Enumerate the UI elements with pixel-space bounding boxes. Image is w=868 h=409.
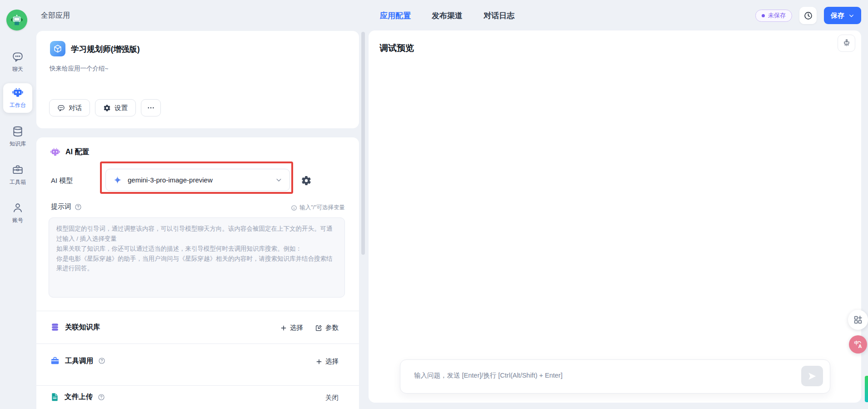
hidden-float-widget[interactable] bbox=[865, 376, 868, 402]
dataset-params-label: 参数 bbox=[325, 323, 339, 332]
settings-button-label: 设置 bbox=[115, 104, 128, 112]
unsaved-label: 未保存 bbox=[768, 11, 786, 20]
debug-preview-panel: 调试预览 bbox=[369, 30, 861, 403]
translate-float-button[interactable]: 中 A bbox=[849, 335, 867, 353]
sidebar: 聊天 工作台 知识库 bbox=[0, 0, 35, 409]
divider bbox=[36, 385, 359, 386]
help-circle-icon[interactable] bbox=[75, 203, 82, 211]
send-button[interactable] bbox=[801, 366, 823, 386]
tab-chat-logs[interactable]: 对话日志 bbox=[484, 10, 514, 21]
file-document-icon bbox=[50, 392, 60, 402]
tool-actions: 选择 bbox=[316, 357, 339, 366]
sidebar-item-label: 账号 bbox=[12, 217, 23, 224]
tool-section-title: 工具调用 bbox=[65, 356, 93, 366]
app-actions: 对话 设置 bbox=[49, 99, 161, 116]
plus-icon bbox=[316, 359, 322, 365]
app-title: 学习规划师(增强版) bbox=[71, 44, 140, 55]
topbar: 全部应用 应用配置 发布渠道 对话日志 未保存 保存 bbox=[35, 0, 868, 31]
sidebar-item-toolbox[interactable]: 工具箱 bbox=[3, 160, 32, 190]
info-circle-icon bbox=[291, 205, 297, 211]
clear-chat-button[interactable] bbox=[838, 35, 855, 52]
toolbox-icon bbox=[12, 164, 24, 176]
clean-brush-icon bbox=[842, 39, 851, 48]
file-actions: 关闭 bbox=[325, 394, 339, 402]
chat-input-container bbox=[400, 359, 830, 394]
save-button[interactable]: 保存 bbox=[824, 7, 861, 24]
prompt-textarea[interactable] bbox=[49, 217, 345, 298]
gemini-icon bbox=[113, 176, 122, 184]
unsaved-status-badge: 未保存 bbox=[755, 10, 792, 22]
sidebar-item-account[interactable]: 账号 bbox=[3, 198, 32, 228]
divider bbox=[36, 343, 359, 344]
sidebar-item-label: 聊天 bbox=[12, 66, 23, 73]
ai-robot-icon bbox=[50, 147, 60, 157]
dataset-section-header: 关联知识库 bbox=[50, 322, 100, 332]
clock-icon bbox=[803, 11, 813, 20]
dataset-actions: 选择 参数 bbox=[280, 323, 339, 332]
tab-publish-channels[interactable]: 发布渠道 bbox=[432, 10, 463, 21]
model-settings-gear-icon[interactable] bbox=[301, 175, 312, 186]
ai-config-title: AI 配置 bbox=[65, 147, 89, 157]
prompt-label-row: 提示词 bbox=[51, 202, 82, 211]
sidebar-item-label: 知识库 bbox=[10, 140, 26, 148]
gear-icon bbox=[103, 104, 111, 112]
debug-preview-title: 调试预览 bbox=[379, 42, 414, 54]
prompt-label: 提示词 bbox=[51, 202, 71, 211]
file-upload-status[interactable]: 关闭 bbox=[325, 394, 339, 402]
tool-select-label: 选择 bbox=[325, 357, 339, 366]
unsaved-dot bbox=[762, 14, 765, 17]
chat-button-label: 对话 bbox=[69, 104, 82, 112]
tool-select-button[interactable]: 选择 bbox=[316, 357, 339, 366]
translate-icon: 中 A bbox=[853, 339, 863, 350]
app-info-card: 学习规划师(增强版) 快来给应用一个介绍~ 对话 设置 bbox=[36, 31, 359, 128]
dataset-params-button[interactable]: 参数 bbox=[315, 323, 339, 332]
dataset-select-button[interactable]: 选择 bbox=[280, 323, 303, 332]
chat-bubble-icon bbox=[12, 51, 24, 63]
all-apps-link[interactable]: 全部应用 bbox=[41, 0, 70, 31]
ellipsis-icon bbox=[147, 104, 155, 112]
app-logo[interactable] bbox=[6, 10, 27, 30]
ai-config-header: AI 配置 bbox=[50, 147, 89, 157]
model-label: AI 模型 bbox=[51, 177, 73, 185]
tab-app-config[interactable]: 应用配置 bbox=[380, 10, 411, 21]
app-cube-icon bbox=[50, 41, 65, 56]
app-description[interactable]: 快来给应用一个介绍~ bbox=[50, 65, 108, 73]
database-icon bbox=[12, 126, 24, 137]
file-section-header: 文件上传 bbox=[50, 392, 105, 402]
save-label: 保存 bbox=[831, 11, 844, 20]
robot-icon bbox=[12, 87, 24, 99]
model-value: gemini-3-pro-image-preview bbox=[128, 176, 213, 184]
prompt-hint-text: 输入"/"可选择变量 bbox=[299, 204, 345, 212]
dataset-select-label: 选择 bbox=[290, 323, 303, 332]
dataset-section-title: 关联知识库 bbox=[65, 323, 100, 332]
more-button[interactable] bbox=[141, 99, 161, 116]
dataset-database-icon bbox=[50, 322, 60, 332]
help-circle-icon[interactable] bbox=[98, 357, 105, 364]
svg-text:A: A bbox=[858, 343, 862, 349]
chat-bubble-icon bbox=[57, 104, 65, 112]
chevron-down-icon bbox=[848, 13, 854, 19]
chat-button[interactable]: 对话 bbox=[49, 99, 90, 116]
user-icon bbox=[12, 202, 24, 214]
edit-icon bbox=[315, 324, 322, 332]
plus-icon bbox=[280, 325, 287, 331]
sidebar-item-label: 工作台 bbox=[10, 101, 26, 109]
grid-plus-icon bbox=[853, 315, 863, 325]
history-button[interactable] bbox=[799, 7, 817, 24]
chat-input[interactable] bbox=[400, 360, 830, 393]
left-panel-scrollbar[interactable] bbox=[361, 32, 365, 255]
help-circle-icon[interactable] bbox=[98, 394, 105, 401]
tool-briefcase-icon bbox=[50, 356, 60, 366]
sidebar-item-chat[interactable]: 聊天 bbox=[3, 47, 32, 77]
robot-logo-icon bbox=[10, 13, 24, 27]
model-select[interactable]: gemini-3-pro-image-preview bbox=[105, 169, 290, 191]
send-plane-icon bbox=[807, 371, 817, 381]
sidebar-item-dataset[interactable]: 知识库 bbox=[3, 122, 32, 151]
sidebar-item-label: 工具箱 bbox=[10, 178, 26, 186]
chevron-down-icon bbox=[275, 177, 282, 183]
topbar-actions: 未保存 保存 bbox=[755, 7, 861, 24]
settings-button[interactable]: 设置 bbox=[95, 99, 136, 116]
sidebar-item-workbench[interactable]: 工作台 bbox=[3, 83, 32, 113]
divider bbox=[36, 311, 359, 311]
widgets-float-button[interactable] bbox=[848, 310, 868, 330]
